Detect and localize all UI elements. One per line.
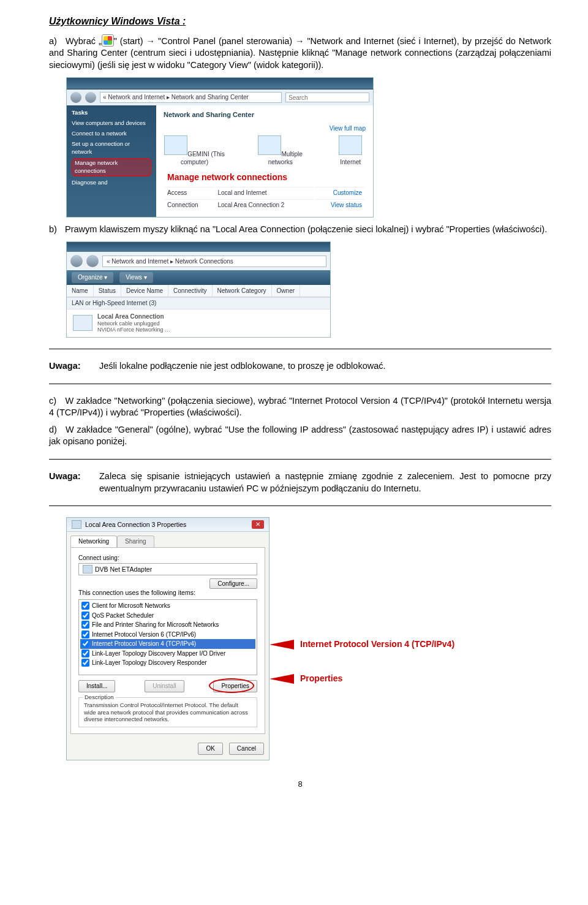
map-node-computer: GEMINI (This computer) xyxy=(164,135,225,167)
map-node-label: GEMINI (This computer) xyxy=(181,151,225,166)
back-button[interactable] xyxy=(70,92,81,103)
sidebar-item[interactable]: Diagnose and xyxy=(72,179,151,187)
col[interactable]: Name xyxy=(67,285,94,297)
ok-button[interactable]: OK xyxy=(198,743,222,755)
cell: Access xyxy=(165,187,214,199)
description-text: Transmission Control Protocol/Internet P… xyxy=(84,702,248,723)
tab-sharing[interactable]: Sharing xyxy=(117,536,154,547)
item-checkbox[interactable] xyxy=(81,612,89,619)
sidebar-item[interactable]: Connect to a network xyxy=(72,130,151,138)
adapter-icon xyxy=(83,565,92,574)
window-navbar: « Network and Internet ▸ Network and Sha… xyxy=(67,89,373,105)
window-titlebar xyxy=(67,242,330,252)
list-item-selected-ipv4[interactable]: Internet Protocol Version 4 (TCP/IPv4) xyxy=(80,639,255,649)
item-checkbox[interactable] xyxy=(81,630,89,638)
adapter-name: DVB Net ETAdapter xyxy=(95,565,152,574)
step-a-t2: " (start) → "Control Panel (panel sterow… xyxy=(49,36,551,70)
list-item[interactable]: Link-Layer Topology Discovery Mapper I/O… xyxy=(80,649,255,659)
connection-status: Network cable unplugged xyxy=(97,320,160,327)
description-box: Description Transmission Control Protoco… xyxy=(78,697,257,728)
list-item[interactable]: Internet Protocol Version 6 (TCP/IPv6) xyxy=(80,630,255,640)
search-input[interactable] xyxy=(285,93,369,102)
note-label: Uwaga: xyxy=(49,471,86,483)
col[interactable]: Device Name xyxy=(121,285,168,297)
step-d: d) W zakładce "General" (ogólne), wybrać… xyxy=(49,424,551,448)
item-checkbox[interactable] xyxy=(81,640,89,648)
tab-networking[interactable]: Networking xyxy=(70,536,117,547)
address-bar[interactable]: « Network and Internet ▸ Network and Sha… xyxy=(100,92,282,103)
step-c-text: W zakładce "Networking" (połączenia siec… xyxy=(49,396,551,418)
category-row: LAN or High-Speed Internet (3) xyxy=(67,297,330,309)
separator xyxy=(49,349,551,349)
item-checkbox[interactable] xyxy=(81,621,89,629)
list-item[interactable]: QoS Packet Scheduler xyxy=(80,611,255,621)
close-icon[interactable]: ✕ xyxy=(252,520,264,529)
step-a: a) Wybrać „" (start) → "Control Panel (p… xyxy=(49,34,551,72)
list-item[interactable]: Client for Microsoft Networks xyxy=(80,601,255,611)
sidebar-heading: Tasks xyxy=(72,109,88,116)
item-checkbox[interactable] xyxy=(81,649,89,657)
dialog-title: Local Area Connection 3 Properties xyxy=(85,520,186,529)
list-item[interactable]: Link-Layer Topology Discovery Responder xyxy=(80,658,255,668)
map-node-label: Internet xyxy=(340,159,361,165)
col[interactable]: Owner xyxy=(272,285,300,297)
map-node-internet: Internet xyxy=(335,135,366,167)
adapter-field: DVB Net ETAdapter xyxy=(78,563,257,575)
item-label: Link-Layer Topology Discovery Responder xyxy=(92,659,207,667)
arrow-icon xyxy=(270,640,294,649)
section-title: Użytkownicy Windows Vista : xyxy=(49,15,551,28)
col[interactable]: Status xyxy=(94,285,121,297)
install-button[interactable]: Install... xyxy=(78,680,115,692)
item-label: Link-Layer Topology Discovery Mapper I/O… xyxy=(92,649,225,658)
organize-button[interactable]: Organize ▾ xyxy=(72,272,113,283)
list-item[interactable]: File and Printer Sharing for Microsoft N… xyxy=(80,620,255,630)
col[interactable]: Network Category xyxy=(213,285,272,297)
step-b-text: Prawym klawiszem myszy kliknąć na "Local… xyxy=(65,224,547,234)
items-list: Client for Microsoft Networks QoS Packet… xyxy=(78,599,257,675)
toolbar: Organize ▾ Views ▾ xyxy=(67,270,330,285)
step-letter: a) xyxy=(49,36,62,48)
separator xyxy=(49,384,551,384)
item-checkbox[interactable] xyxy=(81,659,89,667)
callout-manage-network: Manage network connections xyxy=(167,172,366,183)
network-table: AccessLocal and InternetCustomize Connec… xyxy=(164,186,366,212)
forward-button[interactable] xyxy=(85,92,96,103)
view-status-link[interactable]: View status xyxy=(315,199,364,211)
sidebar-item[interactable]: Set up a connection or network xyxy=(72,140,151,156)
customize-link[interactable]: Customize xyxy=(315,187,364,199)
step-letter: b) xyxy=(49,224,62,236)
uses-items-label: This connection uses the following items… xyxy=(78,589,195,596)
map-node-multiple: Multiple networks xyxy=(256,135,304,167)
properties-button[interactable]: Properties xyxy=(213,680,257,692)
connection-item[interactable]: Local Area Connection Network cable unpl… xyxy=(67,309,330,338)
forward-button[interactable] xyxy=(86,255,99,267)
cancel-button[interactable]: Cancel xyxy=(229,743,264,755)
separator xyxy=(49,459,551,460)
view-full-map-link[interactable]: View full map xyxy=(164,124,366,133)
window-navbar: « Network and Internet ▸ Network Connect… xyxy=(67,252,330,270)
address-bar[interactable]: « Network and Internet ▸ Network Connect… xyxy=(102,256,326,267)
arrow-icon xyxy=(270,674,294,684)
item-checkbox[interactable] xyxy=(81,602,89,610)
configure-button[interactable]: Configure... xyxy=(209,578,257,589)
screenshot-network-connections: « Network and Internet ▸ Network Connect… xyxy=(66,241,331,338)
item-label: File and Printer Sharing for Microsoft N… xyxy=(92,621,219,629)
screenshot-network-sharing-center: « Network and Internet ▸ Network and Sha… xyxy=(66,77,374,217)
note-text: Zaleca się spisanie istniejących ustawie… xyxy=(99,471,551,494)
sidebar-item-manage-network[interactable]: Manage network connections xyxy=(72,158,151,176)
col[interactable]: Connectivity xyxy=(168,285,212,297)
step-a-t1: Wybrać „ xyxy=(66,36,102,46)
note-1: Uwaga: Jeśli lokalne podłączenie nie jes… xyxy=(49,360,551,373)
window-titlebar xyxy=(67,78,373,89)
views-button[interactable]: Views ▾ xyxy=(119,272,153,283)
step-letter: d) xyxy=(49,424,62,436)
dialog-titlebar: Local Area Connection 3 Properties ✕ xyxy=(67,518,269,532)
back-button[interactable] xyxy=(70,255,83,267)
annotation-ipv4: Internet Protocol Version 4 (TCP/IPv4) xyxy=(300,639,454,649)
sidebar-item[interactable]: View computers and devices xyxy=(72,119,151,127)
step-c: c) W zakładce "Networking" (połączenia s… xyxy=(49,395,551,419)
cell: Local and Internet xyxy=(215,187,314,199)
item-label: Internet Protocol Version 4 (TCP/IPv4) xyxy=(92,640,196,648)
annotation-properties: Properties xyxy=(300,673,342,683)
separator xyxy=(49,506,551,506)
